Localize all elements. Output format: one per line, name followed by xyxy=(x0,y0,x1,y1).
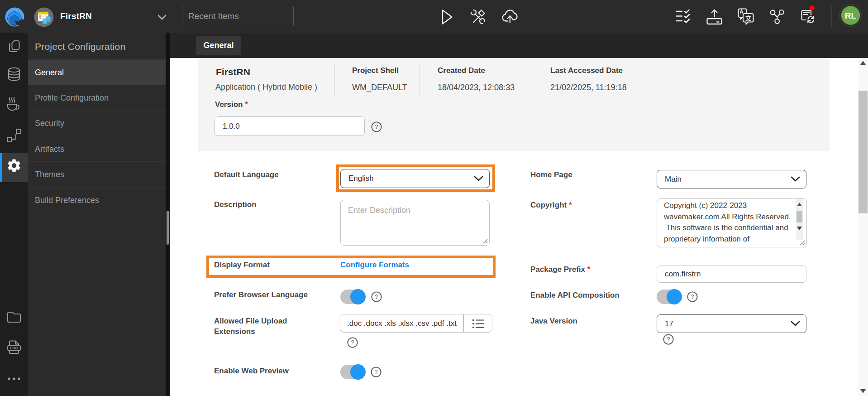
svg-text:?: ? xyxy=(667,336,670,343)
svg-text:?: ? xyxy=(691,293,694,300)
svg-text:?: ? xyxy=(375,123,378,130)
svg-text:?: ? xyxy=(351,339,354,346)
svg-text:LOG: LOG xyxy=(10,346,18,350)
svg-text:RL: RL xyxy=(845,11,857,20)
svg-text:?: ? xyxy=(374,368,378,375)
svg-text:?: ? xyxy=(375,293,378,300)
